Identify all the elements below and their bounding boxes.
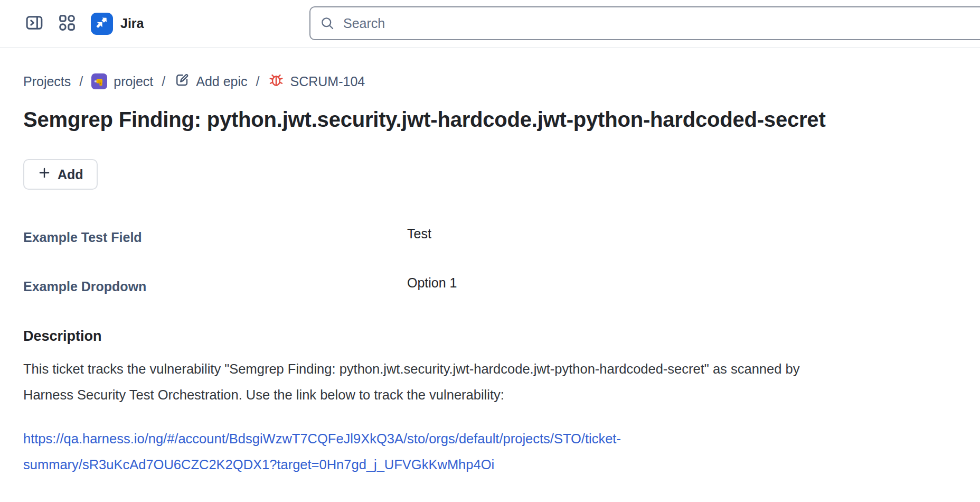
breadcrumb-projects-label: Projects: [23, 74, 71, 89]
bug-icon: [268, 72, 284, 91]
breadcrumb-separator: /: [78, 74, 84, 89]
search-icon: [320, 16, 335, 31]
field-label: Example Test Field: [23, 230, 407, 245]
breadcrumb-issue-key[interactable]: SCRUM-104: [268, 72, 365, 91]
global-search[interactable]: [309, 6, 980, 40]
app-grid-icon: [58, 14, 76, 33]
breadcrumb-project[interactable]: project: [91, 73, 153, 89]
breadcrumb-projects[interactable]: Projects: [23, 74, 71, 89]
issue-title: Semgrep Finding: python.jwt.security.jwt…: [23, 105, 943, 135]
custom-fields: Example Test Field Test Example Dropdown…: [23, 230, 943, 294]
vulnerability-link[interactable]: https://qa.harness.io/ng/#/account/Bdsgi…: [23, 426, 789, 478]
edit-pencil-icon: [174, 72, 190, 91]
breadcrumb-project-label: project: [114, 74, 153, 89]
jira-logo[interactable]: [91, 13, 113, 35]
description-body[interactable]: This ticket tracks the vulnerability "Se…: [23, 356, 844, 408]
breadcrumb-add-epic-label: Add epic: [196, 74, 247, 89]
breadcrumb-separator: /: [160, 74, 167, 89]
field-label: Example Dropdown: [23, 279, 407, 294]
add-button-label: Add: [58, 167, 83, 182]
search-input[interactable]: [342, 7, 980, 39]
issue-view: Projects / project /: [0, 72, 980, 478]
expand-sidebar-button[interactable]: [23, 13, 45, 35]
app-name: Jira: [120, 16, 144, 31]
breadcrumb-separator: /: [255, 74, 261, 89]
breadcrumb-issue-key-label: SCRUM-104: [290, 74, 365, 89]
field-row-example-dropdown: Example Dropdown Option 1: [23, 279, 943, 294]
field-row-example-test-field: Example Test Field Test: [23, 230, 943, 245]
plus-icon: [37, 166, 51, 183]
app-switcher-button[interactable]: [56, 13, 78, 35]
breadcrumb: Projects / project /: [23, 72, 943, 91]
field-value[interactable]: Test: [407, 226, 943, 241]
field-value[interactable]: Option 1: [407, 275, 943, 291]
jira-mark-icon: [94, 15, 110, 33]
project-avatar-icon: [91, 73, 107, 89]
top-navigation: Jira: [0, 0, 980, 48]
expand-sidebar-icon: [25, 14, 43, 33]
description-heading: Description: [23, 328, 943, 345]
breadcrumb-add-epic[interactable]: Add epic: [174, 72, 247, 91]
add-button[interactable]: Add: [23, 159, 98, 190]
